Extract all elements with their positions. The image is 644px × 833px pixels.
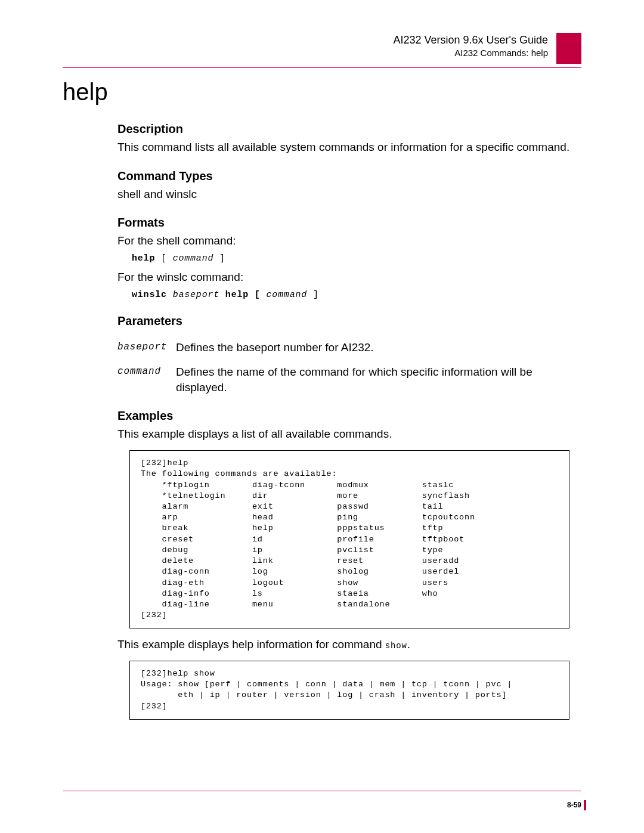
param-name: command	[117, 364, 176, 395]
param-row: command Defines the name of the command …	[117, 364, 581, 395]
param-name: baseport	[117, 340, 176, 355]
section-heading-formats: Formats	[117, 216, 581, 230]
examples-intro-1: This example displays a list of all avai…	[117, 426, 581, 442]
header-rule	[63, 67, 581, 68]
examples-intro-2-post: .	[407, 638, 410, 651]
section-heading-examples: Examples	[117, 409, 581, 423]
bracket-open: [	[155, 253, 172, 264]
examples-intro-2-cmd: show	[385, 641, 407, 651]
doc-breadcrumb: AI232 Commands: help	[393, 47, 548, 59]
section-heading-parameters: Parameters	[117, 314, 581, 328]
param-definition: Defines the baseport number for AI232.	[176, 340, 581, 355]
footer-rule	[63, 791, 581, 791]
format-arg-command: command	[266, 290, 307, 300]
document-page: AI232 Version 9.6x User's Guide AI232 Co…	[0, 0, 644, 833]
header-text-block: AI232 Version 9.6x User's Guide AI232 Co…	[393, 33, 548, 60]
page-number: 8-59	[567, 801, 581, 809]
format-arg-baseport: baseport	[173, 290, 219, 300]
format-line-shell: help [ command ]	[132, 253, 581, 264]
example-output-box-1: [232]help The following commands are ava…	[129, 450, 569, 628]
content-area: Description This command lists all avail…	[117, 122, 581, 720]
doc-title: AI232 Version 9.6x User's Guide	[393, 33, 548, 47]
page-title: help	[63, 79, 581, 106]
bracket-close: ]	[307, 290, 319, 300]
format-cmd: help	[132, 253, 155, 264]
section-heading-description: Description	[117, 122, 581, 136]
formats-intro-winslc: For the winslc command:	[117, 270, 581, 285]
command-types-body: shell and winslc	[117, 187, 581, 202]
format-mid: help [	[219, 290, 266, 300]
examples-intro-2: This example displays help information f…	[117, 637, 581, 652]
example-output-box-2: [232]help show Usage: show [perf | comme…	[129, 661, 569, 720]
param-row: baseport Defines the baseport number for…	[117, 340, 581, 355]
param-definition: Defines the name of the command for whic…	[176, 364, 581, 395]
formats-intro-shell: For the shell command:	[117, 233, 581, 249]
examples-intro-2-pre: This example displays help information f…	[117, 638, 385, 651]
format-line-winslc: winslc baseport help [ command ]	[132, 290, 581, 300]
format-cmd: winslc	[132, 290, 173, 300]
page-number-accent	[584, 800, 586, 810]
brand-accent-block	[556, 33, 581, 64]
section-heading-command-types: Command Types	[117, 169, 581, 183]
page-header: AI232 Version 9.6x User's Guide AI232 Co…	[63, 33, 581, 64]
parameters-list: baseport Defines the baseport number for…	[117, 340, 581, 395]
bracket-close: ]	[213, 253, 225, 264]
format-arg: command	[173, 253, 214, 264]
description-body: This command lists all available system …	[117, 140, 581, 155]
